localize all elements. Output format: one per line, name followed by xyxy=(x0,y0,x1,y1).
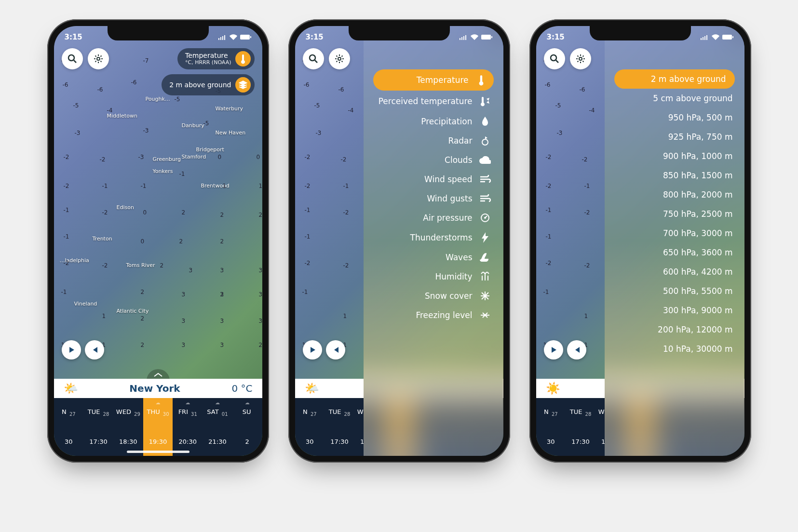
altitude-option[interactable]: 925 hPa, 750 m xyxy=(614,127,734,146)
temp-value: 2 xyxy=(182,209,186,216)
temp-value: 3 xyxy=(182,318,186,324)
altitude-option[interactable]: 700 hPa, 3000 m xyxy=(614,224,734,243)
settings-button[interactable] xyxy=(329,48,350,69)
day-cell[interactable]: TUE 28 xyxy=(325,398,354,427)
city-bar[interactable]: 🌤️ New York 0 °C xyxy=(54,379,262,398)
rewind-button[interactable] xyxy=(326,340,345,359)
layer-option[interactable]: Snow cover xyxy=(373,286,493,306)
svg-rect-15 xyxy=(732,36,733,38)
city-label: Poughk… xyxy=(146,96,170,102)
hour-cell[interactable]: 30 xyxy=(295,427,325,456)
temp-value: 0 xyxy=(218,154,222,160)
layer-option-label: Precipitation xyxy=(421,117,472,126)
day-cell[interactable]: N 27 xyxy=(54,398,84,427)
altitude-option[interactable]: 2 m above ground xyxy=(614,69,734,89)
layer-option-label: Perceived temperature xyxy=(379,96,473,106)
altitude-option[interactable]: 300 hPa, 9000 m xyxy=(614,301,734,320)
temp-value: 1 xyxy=(343,313,347,319)
search-button[interactable] xyxy=(544,48,565,69)
temp-value: -2 xyxy=(343,209,349,216)
temp-value: -1 xyxy=(584,183,590,189)
altitude-option[interactable]: 800 hPa, 2000 m xyxy=(614,185,734,204)
layer-option[interactable]: Waves xyxy=(373,248,493,267)
play-button[interactable] xyxy=(544,340,563,359)
day-cell[interactable]: N 27 xyxy=(295,398,325,427)
temp-value: -1 xyxy=(343,183,349,189)
city-label: Greenburg xyxy=(153,156,181,162)
hour-cell[interactable]: 30 xyxy=(54,427,84,456)
rewind-button[interactable] xyxy=(85,340,104,359)
layer-option[interactable]: Radar xyxy=(373,131,493,150)
layer-option[interactable]: Freezing level xyxy=(373,306,493,325)
layer-panel[interactable]: TemperaturePerceived temperaturePrecipit… xyxy=(364,26,503,456)
temp-value: -6 xyxy=(304,81,310,88)
altitude-panel[interactable]: 2 m above ground5 cm above ground950 hPa… xyxy=(605,26,744,456)
layer-option-label: Temperature xyxy=(417,75,469,85)
legend-layer-pill[interactable]: Temperature °C, HRRR (NOAA) xyxy=(177,48,255,69)
temp-value: -4 xyxy=(348,107,354,114)
settings-button[interactable] xyxy=(88,48,109,69)
gear-icon xyxy=(576,54,585,64)
gear-icon xyxy=(94,54,103,64)
temp-value: 2 xyxy=(141,342,145,348)
timeline[interactable]: N 27TUE 28WED 29☁THU 30☁FRI 31☁SAT 01☁SU… xyxy=(54,398,262,456)
altitude-option[interactable]: 200 hPa, 12000 m xyxy=(614,320,734,339)
svg-point-9 xyxy=(338,57,341,60)
day-cell[interactable]: TUE 28 xyxy=(566,398,595,427)
layer-option[interactable]: Perceived temperature xyxy=(373,91,493,112)
legend-altitude-pill[interactable]: 2 m above ground xyxy=(162,74,254,95)
altitude-option[interactable]: 900 hPa, 1000 m xyxy=(614,146,734,166)
phone-layers: 3:15 -5-4-7-7-6-6-3-2-2-1-2-1-2-1-2-2-11… xyxy=(288,19,510,463)
hour-cell[interactable]: 17:30 xyxy=(566,427,595,456)
altitude-option[interactable]: 600 hPa, 4200 m xyxy=(614,262,734,281)
settings-button[interactable] xyxy=(570,48,591,69)
altitude-option[interactable]: 750 hPa, 2500 m xyxy=(614,204,734,224)
altitude-option[interactable]: 950 hPa, 500 m xyxy=(614,108,734,127)
temp-value: -5 xyxy=(73,102,79,109)
wifi-icon xyxy=(230,34,237,40)
layer-option[interactable]: Precipitation xyxy=(373,112,493,131)
layer-option[interactable]: Wind gusts xyxy=(373,189,493,208)
layer-option[interactable]: Wind speed xyxy=(373,170,493,189)
temp-value: 2 xyxy=(220,212,224,218)
status-icons xyxy=(218,34,252,40)
temp-value: 0 xyxy=(141,238,145,245)
hour-cell[interactable]: 21:30 xyxy=(203,427,232,456)
bolt-icon xyxy=(478,232,492,243)
phone-main: 3:15 Poughk…MiddletownDanburyNew HavenWa… xyxy=(47,19,269,463)
day-cell[interactable]: WED 29 xyxy=(113,398,143,427)
radar-icon xyxy=(478,136,492,146)
temp-value: -3 xyxy=(75,130,81,136)
temp-value: 2 xyxy=(179,238,183,245)
rewind-button[interactable] xyxy=(567,340,586,359)
altitude-option[interactable]: 5 cm above ground xyxy=(614,89,734,108)
layer-option-label: Wind gusts xyxy=(427,194,472,203)
play-button[interactable] xyxy=(62,340,81,359)
layer-option[interactable]: Air pressure xyxy=(373,208,493,227)
day-cell[interactable]: ☁SU xyxy=(232,398,262,427)
altitude-option[interactable]: 650 hPa, 3600 m xyxy=(614,243,734,262)
day-cell[interactable]: TUE 28 xyxy=(83,398,113,427)
search-button[interactable] xyxy=(62,48,83,69)
layer-option[interactable]: Humidity xyxy=(373,267,493,286)
hour-cell[interactable]: 17:30 xyxy=(325,427,354,456)
hour-cell[interactable]: 30 xyxy=(536,427,566,456)
altitude-option[interactable]: 850 hPa, 1500 m xyxy=(614,166,734,185)
layer-option[interactable]: Clouds xyxy=(373,150,493,170)
temp-value: 3 xyxy=(220,342,224,348)
search-button[interactable] xyxy=(303,48,324,69)
day-cell[interactable]: N 27 xyxy=(536,398,566,427)
layer-option[interactable]: Temperature xyxy=(373,69,493,91)
altitude-option-label: 10 hPa, 30000 m xyxy=(663,344,733,354)
play-button[interactable] xyxy=(303,340,322,359)
hour-cell[interactable]: 2 xyxy=(232,427,262,456)
layer-option[interactable]: Thunderstorms xyxy=(373,227,493,248)
thermometer-icon xyxy=(235,51,251,66)
day-cell[interactable]: ☁THU 30 xyxy=(143,398,173,427)
hour-cell[interactable]: 17:30 xyxy=(83,427,113,456)
temp-value: -5 xyxy=(555,102,561,109)
day-cell[interactable]: ☁FRI 31 xyxy=(173,398,203,427)
altitude-option[interactable]: 500 hPa, 5500 m xyxy=(614,281,734,301)
altitude-option[interactable]: 10 hPa, 30000 m xyxy=(614,339,734,359)
day-cell[interactable]: ☁SAT 01 xyxy=(203,398,232,427)
